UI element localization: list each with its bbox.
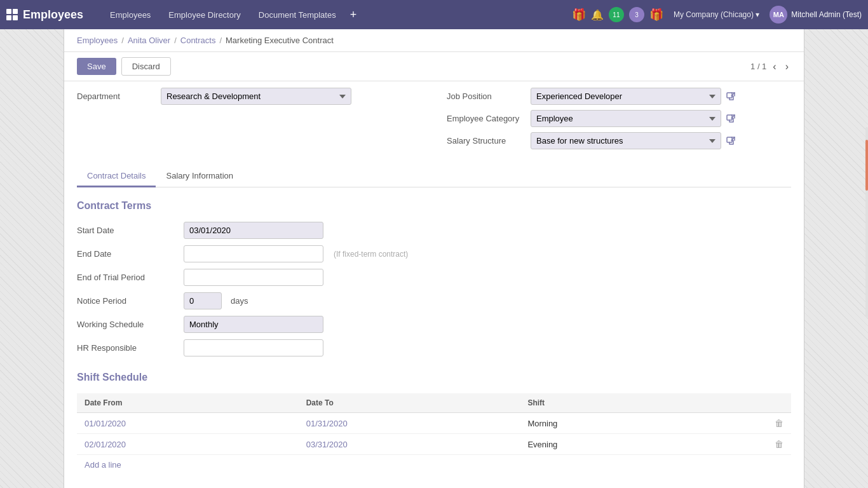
left-pattern <box>0 29 64 488</box>
breadcrumb: Employees / Anita Oliver / Contracts / M… <box>64 29 804 52</box>
table-header-row: Date From Date To Shift <box>77 393 791 413</box>
end-date-label: End Date <box>77 249 179 259</box>
breadcrumb-contracts[interactable]: Contracts <box>180 36 216 45</box>
working-schedule-row: Working Schedule Monthly <box>77 316 791 333</box>
table-row: 01/01/2020 01/31/2020 Morning 🗑 <box>77 413 791 434</box>
hr-responsible-row: HR Responsible <box>77 339 791 356</box>
menu-add-btn[interactable]: + <box>345 8 362 22</box>
company-selector[interactable]: My Company (Chicago) ▾ <box>668 10 764 19</box>
left-fields: Department Research & Development <box>77 88 447 154</box>
chat-icon[interactable]: 3 <box>629 7 644 22</box>
working-schedule-select[interactable]: Monthly <box>184 316 323 333</box>
tab-contract-details[interactable]: Contract Details <box>77 166 156 187</box>
tab-content-contract-details: Contract Terms Start Date 03/01/2020 End… <box>77 187 791 487</box>
top-menu: Employees Employee Directory Document Te… <box>101 0 564 29</box>
row1-date-to[interactable]: 01/31/2020 <box>299 413 520 434</box>
action-bar: Save Discard 1 / 1 ‹ › <box>64 52 804 81</box>
days-label: days <box>231 296 248 306</box>
trial-period-row: End of Trial Period <box>77 269 791 286</box>
shift-schedule-section: Shift Schedule Date From Date To Shift <box>77 372 791 475</box>
pagination: 1 / 1 ‹ › <box>750 60 791 74</box>
salary-structure-label: Salary Structure <box>447 136 523 146</box>
row1-delete-button[interactable]: 🗑 <box>775 418 783 428</box>
activity-icon[interactable]: 11 <box>609 7 624 22</box>
employee-category-label: Employee Category <box>447 114 523 123</box>
row2-date-from[interactable]: 02/01/2020 <box>77 434 299 455</box>
department-select[interactable]: Research & Development <box>161 88 351 105</box>
gift-icon[interactable]: 🎁 <box>572 8 586 22</box>
working-schedule-label: Working Schedule <box>77 320 179 329</box>
row2-delete-button[interactable]: 🗑 <box>775 439 783 449</box>
bell-icon[interactable]: 🔔 <box>591 9 604 21</box>
job-position-select[interactable]: Experienced Developer <box>531 88 721 105</box>
employee-category-row: Employee Category Employee <box>447 110 791 127</box>
col-shift: Shift <box>520 393 696 413</box>
shift-table: Date From Date To Shift 01/01/2020 01/31… <box>77 393 791 455</box>
tab-salary-information[interactable]: Salary Information <box>156 166 243 187</box>
user-avatar: MA <box>770 6 787 24</box>
start-date-label: Start Date <box>77 226 179 235</box>
end-date-row: End Date (If fixed-term contract) <box>77 245 791 262</box>
department-row: Department Research & Development <box>77 88 421 105</box>
employee-category-select[interactable]: Employee <box>531 110 721 127</box>
right-fields: Job Position Experienced Developer <box>447 88 791 154</box>
trial-period-label: End of Trial Period <box>77 273 179 282</box>
right-pattern <box>804 29 868 488</box>
svg-rect-0 <box>727 93 732 98</box>
job-position-label: Job Position <box>447 92 523 101</box>
start-date-row: Start Date 03/01/2020 <box>77 222 791 239</box>
salary-structure-row: Salary Structure Base for new structures <box>447 132 791 149</box>
apps-icon[interactable]: 🎁 <box>649 8 663 22</box>
svg-rect-4 <box>727 137 732 142</box>
notice-period-input[interactable]: 0 <box>184 292 222 309</box>
contract-terms-title: Contract Terms <box>77 200 791 212</box>
next-page-button[interactable]: › <box>783 60 791 74</box>
notice-period-row: Notice Period 0 days <box>77 292 791 309</box>
col-date-to: Date To <box>299 393 520 413</box>
department-label: Department <box>77 92 153 101</box>
salary-structure-external-link[interactable] <box>724 135 738 147</box>
row1-shift: Morning <box>520 413 696 434</box>
menu-document-templates[interactable]: Document Templates <box>250 0 345 29</box>
salary-structure-select[interactable]: Base for new structures <box>531 132 721 149</box>
start-date-input[interactable]: 03/01/2020 <box>184 222 323 239</box>
end-date-input[interactable] <box>184 245 323 262</box>
breadcrumb-employees[interactable]: Employees <box>77 36 118 45</box>
topnav: Employees Employees Employee Directory D… <box>0 0 868 29</box>
job-position-external-link[interactable] <box>724 91 738 102</box>
scroll-thumb <box>865 140 868 191</box>
hr-responsible-select[interactable] <box>184 339 323 356</box>
topnav-right: 🎁 🔔 11 3 🎁 My Company (Chicago) ▾ MA Mit… <box>572 6 862 24</box>
pagination-text: 1 / 1 <box>750 62 766 71</box>
row1-date-from[interactable]: 01/01/2020 <box>77 413 299 434</box>
end-date-note: (If fixed-term contract) <box>334 250 408 259</box>
breadcrumb-current: Marketing Executive Contract <box>226 36 334 45</box>
shift-schedule-title: Shift Schedule <box>77 372 791 383</box>
menu-employees[interactable]: Employees <box>101 0 159 29</box>
trial-period-input[interactable] <box>184 269 323 286</box>
menu-employee-directory[interactable]: Employee Directory <box>159 0 249 29</box>
breadcrumb-anita[interactable]: Anita Oliver <box>128 36 170 45</box>
prev-page-button[interactable]: ‹ <box>770 60 778 74</box>
col-actions <box>696 393 791 413</box>
grid-icon[interactable] <box>6 9 18 20</box>
col-date-from: Date From <box>77 393 299 413</box>
row2-date-to[interactable]: 03/31/2020 <box>299 434 520 455</box>
svg-rect-2 <box>727 115 732 120</box>
add-line-link[interactable]: Add a line <box>77 455 791 475</box>
app-logo[interactable]: Employees <box>6 8 93 22</box>
employee-category-external-link[interactable] <box>724 113 738 125</box>
row2-shift: Evening <box>520 434 696 455</box>
job-position-row: Job Position Experienced Developer <box>447 88 791 105</box>
notice-period-label: Notice Period <box>77 296 179 306</box>
form-content: Department Research & Development Job Po… <box>64 81 804 488</box>
table-row: 02/01/2020 03/31/2020 Evening 🗑 <box>77 434 791 455</box>
tabs: Contract Details Salary Information <box>77 166 791 187</box>
form-top-fields: Department Research & Development Job Po… <box>77 81 791 161</box>
user-menu[interactable]: MA Mitchell Admin (Test) <box>770 6 862 24</box>
scroll-indicator[interactable] <box>865 127 868 318</box>
main-panel: Employees / Anita Oliver / Contracts / M… <box>64 29 804 488</box>
app-name: Employees <box>23 8 83 22</box>
discard-button[interactable]: Discard <box>121 57 171 76</box>
save-button[interactable]: Save <box>77 58 116 75</box>
